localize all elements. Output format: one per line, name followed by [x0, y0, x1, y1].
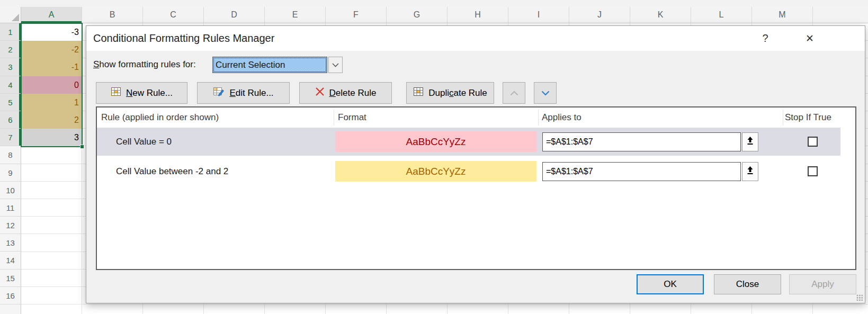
dialog-resize-grip[interactable] [856, 294, 863, 301]
range-picker-button[interactable] [742, 162, 758, 181]
label-accel: S [93, 59, 99, 69]
table-grid-pencil-icon [213, 86, 225, 100]
collapse-range-arrow-icon [746, 136, 754, 148]
column-a-cells: -3-2-10123 [21, 23, 82, 146]
move-rule-up-button[interactable] [503, 82, 525, 104]
stop-if-true-checkbox[interactable] [808, 166, 818, 176]
applies-to-field [542, 132, 758, 151]
row-header-13[interactable]: 13 [0, 234, 21, 252]
new-rule-button[interactable]: New Rule... [96, 82, 187, 104]
dropdown-selected-value: Current Selection [212, 57, 327, 73]
row-header-8[interactable]: 8 [0, 146, 21, 164]
move-rule-down-button[interactable] [534, 82, 557, 104]
collapse-range-arrow-icon [746, 166, 754, 177]
rules-list-box: Rule (applied in order shown) Format App… [96, 106, 856, 270]
column-header-J[interactable]: J [569, 7, 630, 23]
column-header-K[interactable]: K [630, 7, 691, 23]
rule-format-preview: AaBbCcYyZz [335, 131, 536, 152]
cell-A7[interactable]: 3 [21, 129, 82, 146]
row-header-10[interactable]: 10 [0, 182, 21, 199]
row-header-3[interactable]: 3 [0, 58, 21, 76]
row-headers: 12345678910111213141516 [0, 23, 21, 314]
rule-name: Cell Value between -2 and 2 [116, 157, 228, 185]
header-separator [783, 110, 783, 125]
row-header-7[interactable]: 7 [0, 129, 21, 146]
row-header-12[interactable]: 12 [0, 217, 21, 234]
formula-bar-bottom-strip [0, 0, 868, 7]
conditional-formatting-rules-manager-dialog: Conditional Formatting Rules Manager ? ✕… [86, 25, 865, 303]
applies-to-input[interactable] [542, 132, 741, 151]
cell-A1[interactable]: -3 [21, 23, 82, 41]
format-column-header: Format [338, 107, 366, 128]
table-grid-icon [413, 86, 424, 100]
ok-button[interactable]: OK [637, 274, 704, 294]
dialog-titlebar[interactable]: Conditional Formatting Rules Manager ? ✕ [86, 26, 865, 51]
select-all-corner[interactable] [0, 7, 21, 23]
duplicate-rule-button[interactable]: Duplicate Rule [406, 82, 494, 104]
rule-column-header: Rule (applied in order shown) [101, 107, 219, 128]
chevron-up-icon [510, 88, 518, 98]
edit-rule-button[interactable]: Edit Rule... [197, 82, 290, 104]
new-rule-label: New Rule... [126, 88, 173, 98]
cell-A4[interactable]: 0 [21, 76, 82, 94]
show-formatting-rules-label: Show formatting rules for: [93, 59, 196, 70]
cell-A3[interactable]: -1 [21, 58, 82, 76]
applies-to-field [542, 162, 758, 181]
stop-if-true-checkbox[interactable] [808, 137, 818, 147]
cell-A5[interactable]: 1 [21, 94, 82, 111]
edit-rule-label: Edit Rule... [229, 88, 273, 98]
delete-rule-button[interactable]: Delete Rule [299, 82, 392, 104]
row-header-5[interactable]: 5 [0, 94, 21, 111]
duplicate-rule-label: Duplicate Rule [428, 88, 487, 98]
column-header-B[interactable]: B [82, 7, 143, 23]
excel-window: ABCDEFGHIJKLM 12345678910111213141516 -3… [0, 0, 868, 314]
chevron-down-icon [541, 88, 550, 98]
chevron-down-icon[interactable] [328, 57, 343, 73]
column-header-A[interactable]: A [21, 7, 82, 23]
row-header-9[interactable]: 9 [0, 164, 21, 182]
column-header-D[interactable]: D [204, 7, 265, 23]
rule-row[interactable]: Cell Value = 0 AaBbCcYyZz [97, 128, 840, 156]
column-header-G[interactable]: G [387, 7, 448, 23]
show-rules-for-dropdown[interactable]: Current Selection [212, 57, 343, 73]
cell-A6[interactable]: 2 [21, 111, 82, 129]
close-button[interactable]: Close [714, 274, 781, 294]
row-header-4[interactable]: 4 [0, 76, 21, 94]
help-icon[interactable]: ? [755, 26, 776, 51]
label-post: how formatting rules for: [99, 59, 195, 69]
column-header-E[interactable]: E [265, 7, 326, 23]
column-header-I[interactable]: I [508, 7, 569, 23]
column-header-L[interactable]: L [691, 7, 752, 23]
column-header-H[interactable]: H [448, 7, 508, 23]
rule-row[interactable]: Cell Value between -2 and 2 AaBbCcYyZz [97, 157, 840, 185]
red-x-icon [315, 87, 325, 99]
delete-rule-label: Delete Rule [329, 88, 377, 98]
row-header-16[interactable]: 16 [0, 287, 21, 304]
column-header-F[interactable]: F [326, 7, 387, 23]
row-header-14[interactable]: 14 [0, 252, 21, 269]
stop-if-true-column-header: Stop If True [785, 107, 831, 128]
cell-A2[interactable]: -2 [21, 41, 82, 58]
column-headers: ABCDEFGHIJKLM [21, 7, 868, 23]
close-icon[interactable]: ✕ [794, 26, 826, 51]
dialog-title: Conditional Formatting Rules Manager [93, 26, 274, 51]
column-header-M[interactable]: M [752, 7, 813, 23]
row-header-6[interactable]: 6 [0, 111, 21, 129]
column-header-C[interactable]: C [143, 7, 204, 23]
rule-format-preview: AaBbCcYyZz [335, 161, 536, 182]
table-grid-icon [111, 86, 121, 100]
header-separator [538, 110, 539, 125]
row-header-11[interactable]: 11 [0, 199, 21, 217]
applies-to-column-header: Applies to [542, 107, 581, 128]
row-header-1[interactable]: 1 [0, 23, 21, 41]
row-header-15[interactable]: 15 [0, 270, 21, 287]
apply-button[interactable]: Apply [789, 274, 856, 294]
range-picker-button[interactable] [742, 132, 758, 151]
applies-to-input[interactable] [542, 162, 741, 181]
row-header-2[interactable]: 2 [0, 41, 21, 58]
header-separator [334, 110, 334, 125]
rule-name: Cell Value = 0 [116, 128, 172, 156]
